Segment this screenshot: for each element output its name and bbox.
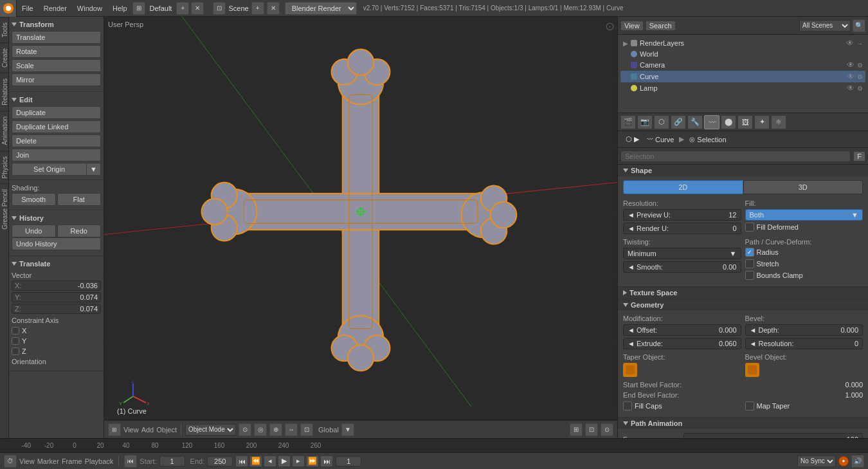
- breadcrumb-curve[interactable]: 〰 Curve: [644, 135, 676, 144]
- current-frame-input[interactable]: [336, 456, 361, 466]
- undo-history-button[interactable]: Undo History: [12, 237, 101, 250]
- scene-item-lamp[interactable]: ▶ Lamp 👁 ⚙: [620, 82, 865, 94]
- z-field[interactable]: Z: 0.074: [12, 304, 101, 314]
- viewport-right-icon3[interactable]: ⊙: [601, 423, 613, 436]
- shape-header[interactable]: Shape: [618, 165, 868, 176]
- lamp-settings[interactable]: ⚙: [857, 85, 863, 92]
- scene-item-world[interactable]: ▶ World: [620, 49, 865, 59]
- play-btn[interactable]: ▶: [278, 455, 291, 467]
- search-input[interactable]: [620, 151, 851, 162]
- props-data-icon[interactable]: 〰: [704, 115, 719, 129]
- next-frame-btn[interactable]: ⏩: [306, 455, 319, 467]
- duplicate-linked-button[interactable]: Duplicate Linked: [12, 120, 101, 133]
- scale-button[interactable]: Scale: [12, 59, 101, 72]
- audio-btn[interactable]: 🔊: [851, 455, 864, 468]
- radius-checkbox[interactable]: [745, 248, 754, 257]
- frame-start-icon[interactable]: ⏮: [124, 455, 137, 468]
- prev-frame-btn[interactable]: ⏪: [249, 455, 262, 467]
- extrude-field[interactable]: ◄ Extrude: 0.060: [623, 338, 741, 349]
- next-keyframe-btn[interactable]: ▸: [292, 455, 305, 467]
- menu-help[interactable]: Help: [107, 0, 132, 16]
- taper-object-field[interactable]: [623, 363, 637, 377]
- viewport-icon1[interactable]: ⊙: [239, 423, 251, 436]
- menu-window[interactable]: Window: [72, 0, 107, 16]
- minimum-dropdown[interactable]: Minimum ▼: [623, 248, 741, 259]
- search-f-button[interactable]: F: [853, 151, 865, 161]
- playback-btn[interactable]: Playback: [85, 457, 114, 465]
- bounds-clamp-checkbox[interactable]: [745, 271, 754, 280]
- global-icon[interactable]: ▼: [341, 423, 354, 436]
- object-mode-select[interactable]: Object Mode: [185, 424, 236, 436]
- tab-grease-pencil[interactable]: Grease Pencil: [0, 183, 8, 235]
- scene-item-camera[interactable]: ▶ Camera 👁 ⚙: [620, 59, 865, 71]
- tab-relations[interactable]: Relations: [0, 73, 8, 111]
- view-btn[interactable]: View: [123, 426, 139, 434]
- rotate-button[interactable]: Rotate: [12, 45, 101, 58]
- marker-btn[interactable]: Marker: [37, 457, 59, 465]
- record-btn[interactable]: ●: [838, 456, 849, 466]
- frames-bar[interactable]: 100: [683, 433, 863, 438]
- search-outliner-icon[interactable]: 🔍: [853, 19, 865, 32]
- view-timeline-btn[interactable]: View: [19, 457, 35, 465]
- axis-y-checkbox[interactable]: [12, 337, 19, 345]
- object-btn[interactable]: Object: [156, 426, 177, 434]
- menu-render[interactable]: Render: [39, 0, 72, 16]
- 3d-button[interactable]: 3D: [743, 180, 863, 194]
- offset-field[interactable]: ◄ Offset: 0.000: [623, 324, 741, 336]
- scene-icon[interactable]: ⊡: [213, 2, 226, 15]
- search-outliner-btn[interactable]: Search: [646, 21, 676, 31]
- tab-create[interactable]: Create: [0, 42, 8, 73]
- tab-animation[interactable]: Animation: [0, 111, 8, 150]
- scenes-select[interactable]: All Scenes: [799, 20, 851, 32]
- jump-end-btn[interactable]: ⏭: [320, 455, 333, 467]
- delete-button[interactable]: Delete: [12, 134, 101, 147]
- path-anim-header[interactable]: Path Animation: [618, 418, 868, 429]
- set-origin-arrow[interactable]: ▼: [87, 163, 101, 176]
- x-field[interactable]: X: -0.036: [12, 280, 101, 291]
- viewport-icon5[interactable]: ⊡: [300, 423, 313, 436]
- fill-caps-checkbox[interactable]: [623, 401, 632, 410]
- scene-add[interactable]: +: [251, 2, 264, 15]
- curve-eye[interactable]: 👁: [847, 72, 854, 81]
- frame-btn[interactable]: Frame: [62, 457, 82, 465]
- scene-item-renderlayers[interactable]: ▶ RenderLayers 👁 →: [620, 37, 865, 49]
- tab-physics[interactable]: Physics: [0, 151, 8, 183]
- viewport-right-icon1[interactable]: ⊞: [570, 423, 583, 436]
- menu-file[interactable]: File: [17, 0, 39, 16]
- props-scene-icon[interactable]: 🎬: [620, 115, 636, 129]
- props-object-icon[interactable]: ⬡: [654, 115, 669, 129]
- prev-keyframe-btn[interactable]: ◂: [264, 455, 276, 467]
- undo-button[interactable]: Undo: [12, 225, 56, 237]
- scene-item-curve[interactable]: ▶ Curve 👁 ⚙: [620, 71, 865, 82]
- renderlayers-expand[interactable]: ▶: [623, 40, 628, 47]
- duplicate-button[interactable]: Duplicate: [12, 106, 101, 119]
- tab-tools[interactable]: Tools: [0, 17, 8, 42]
- camera-settings[interactable]: ⚙: [857, 62, 863, 69]
- smooth-field[interactable]: ◄ Smooth: 0.00: [623, 261, 741, 273]
- props-modifiers-icon[interactable]: 🔧: [687, 115, 703, 129]
- bevel-resolution-field[interactable]: ◄ Resolution: 0: [745, 338, 863, 349]
- scene-close[interactable]: ✕: [267, 2, 280, 15]
- geometry-header[interactable]: Geometry: [618, 299, 868, 311]
- props-constraints-icon[interactable]: 🔗: [671, 115, 686, 129]
- axis-x-checkbox[interactable]: [12, 327, 19, 335]
- y-field[interactable]: Y: 0.074: [12, 292, 101, 302]
- depth-field[interactable]: ◄ Depth: 0.000: [745, 324, 863, 336]
- lamp-eye[interactable]: 👁: [847, 84, 854, 93]
- breadcrumb-selection[interactable]: ◎ Selection: [687, 135, 728, 144]
- viewport-icon3[interactable]: ⊕: [269, 423, 282, 436]
- view-menu-btn[interactable]: ⊞: [108, 423, 121, 436]
- viewport[interactable]: User Persp ⊙: [104, 17, 617, 438]
- render-engine-select[interactable]: Blender Render Cycles Render: [285, 2, 357, 15]
- map-taper-checkbox[interactable]: [745, 401, 754, 410]
- flat-button[interactable]: Flat: [57, 193, 102, 206]
- translate-button[interactable]: Translate: [12, 31, 101, 44]
- props-texture-icon[interactable]: 🖼: [737, 115, 753, 129]
- smooth-button[interactable]: Smooth: [12, 193, 56, 206]
- bevel-object-field[interactable]: [745, 363, 759, 377]
- 2d-button[interactable]: 2D: [623, 180, 743, 194]
- curve-settings[interactable]: ⚙: [857, 73, 863, 80]
- viewport-right-icon2[interactable]: ⊡: [585, 423, 598, 436]
- stretch-checkbox[interactable]: [745, 259, 754, 268]
- renderlayers-eye[interactable]: 👁: [846, 39, 854, 48]
